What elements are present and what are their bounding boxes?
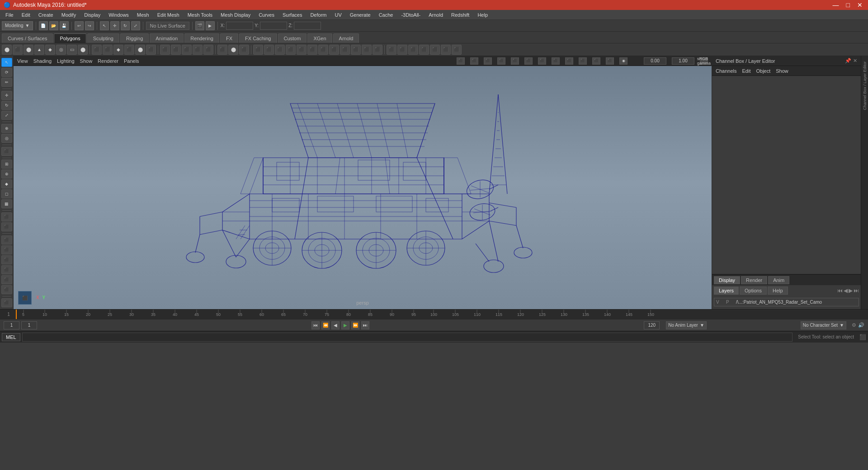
- undo-button[interactable]: ↩: [75, 21, 84, 30]
- redo-button[interactable]: ↪: [85, 21, 94, 30]
- menu-create[interactable]: Create: [35, 11, 57, 19]
- icon-combine[interactable]: ⬛: [239, 45, 249, 55]
- menu-display[interactable]: Display: [80, 11, 104, 19]
- script-editor-mel-tab[interactable]: MEL: [2, 333, 20, 341]
- icon-uv-4[interactable]: ⬛: [286, 45, 296, 55]
- channel-menu-channels[interactable]: Channels: [716, 68, 736, 74]
- rotate-button[interactable]: ↻: [121, 21, 130, 30]
- universal-manip-button[interactable]: ⊕: [1, 124, 12, 133]
- layer-name[interactable]: /\...:Patriot_AN_MPQ53_Radar_Set_Camo: [736, 300, 857, 305]
- icon-torus[interactable]: ◎: [56, 45, 66, 55]
- snap-surface-button[interactable]: ▦: [1, 199, 12, 208]
- layer4-button[interactable]: ⬛: [1, 265, 12, 274]
- icon-offset-edge[interactable]: ⬛: [182, 45, 192, 55]
- icon-merge[interactable]: ⬛: [124, 45, 134, 55]
- select-button[interactable]: ↖: [100, 21, 109, 30]
- snap-point-button[interactable]: ◆: [1, 179, 12, 188]
- character-set-dropdown[interactable]: No Character Set ▼: [801, 321, 846, 329]
- layer6-button[interactable]: ⬛: [1, 285, 12, 294]
- menu-mesh[interactable]: Mesh: [133, 11, 153, 19]
- menu-uv[interactable]: UV: [331, 11, 345, 19]
- vp-btn-12[interactable]: ⬛: [606, 57, 614, 65]
- menu-help[interactable]: Help: [474, 11, 491, 19]
- lasso-tool-button[interactable]: ⟳: [1, 68, 12, 77]
- icon-insert-edge[interactable]: ⬛: [171, 45, 181, 55]
- nav-cube[interactable]: ⬛: [18, 291, 32, 305]
- playback-end-field[interactable]: [644, 321, 660, 329]
- menu-redshift[interactable]: Redshift: [448, 11, 473, 19]
- menu-file[interactable]: File: [2, 11, 17, 19]
- move-button[interactable]: ✛: [110, 21, 119, 30]
- menu-mesh-tools[interactable]: Mesh Tools: [184, 11, 216, 19]
- tab-polygons[interactable]: Polygons: [54, 33, 86, 43]
- vp-btn-7[interactable]: ⬛: [538, 57, 546, 65]
- y-field[interactable]: [260, 22, 287, 30]
- render-settings-button[interactable]: 🎬: [195, 21, 204, 30]
- title-bar-controls[interactable]: — □ ✕: [831, 1, 864, 9]
- tab-curves-surfaces[interactable]: Curves / Surfaces: [2, 33, 53, 43]
- icon-split[interactable]: ⬛: [160, 45, 170, 55]
- tab-arnold-ws[interactable]: Arnold: [333, 33, 359, 43]
- menu-deform[interactable]: Deform: [307, 11, 330, 19]
- icon-uv-7[interactable]: ⬛: [318, 45, 328, 55]
- icon-uv-5[interactable]: ⬛: [297, 45, 307, 55]
- tab-layers[interactable]: Layers: [714, 287, 739, 295]
- open-file-button[interactable]: 📂: [49, 21, 58, 30]
- icon-boolean[interactable]: ⬤: [228, 45, 238, 55]
- viewport-menu-renderer[interactable]: Renderer: [98, 58, 118, 64]
- icon-uv-2[interactable]: ⬛: [264, 45, 274, 55]
- icon-disk[interactable]: ⬤: [78, 45, 88, 55]
- snap-curve-button[interactable]: ⊕: [1, 169, 12, 179]
- tab-rigging[interactable]: Rigging: [120, 33, 149, 43]
- viewport-menu-show[interactable]: Show: [80, 58, 93, 64]
- icon-sel-5[interactable]: ⬛: [430, 45, 440, 55]
- tab-xgen[interactable]: XGen: [307, 33, 332, 43]
- viewport-field-2[interactable]: [672, 57, 694, 65]
- vp-btn-11[interactable]: ⬛: [592, 57, 600, 65]
- vp-btn-1[interactable]: ⬛: [457, 57, 465, 65]
- move-tool-button[interactable]: ✛: [1, 91, 12, 100]
- playback-start-field[interactable]: [4, 321, 19, 329]
- vp-gamma-btn[interactable]: sRGB gamma: [700, 57, 708, 65]
- tab-render[interactable]: Render: [741, 276, 767, 284]
- icon-cylinder[interactable]: ⬤: [24, 45, 33, 55]
- soft-select-button[interactable]: ◎: [1, 134, 12, 143]
- render-region-button[interactable]: ⬛: [1, 212, 12, 221]
- new-file-button[interactable]: 📄: [39, 21, 48, 30]
- viewport-menu-panels[interactable]: Panels: [124, 58, 139, 64]
- layer2-button[interactable]: ⬛: [1, 245, 12, 254]
- viewport-menu-lighting[interactable]: Lighting: [57, 58, 75, 64]
- icon-connect[interactable]: ⬛: [193, 45, 203, 55]
- icon-bridge[interactable]: ⬛: [103, 45, 113, 55]
- snap-view-button[interactable]: ◻: [1, 189, 12, 198]
- timeline[interactable]: 1 5 10 15 20 25 30 35 40 45 50 55 60 65 …: [0, 309, 868, 319]
- paint-tool-button[interactable]: ✏: [1, 78, 12, 87]
- icon-slide[interactable]: ⬛: [203, 45, 213, 55]
- render-button[interactable]: ▶: [206, 21, 215, 30]
- icon-uv-11[interactable]: ⬛: [362, 45, 372, 55]
- menu-curves[interactable]: Curves: [255, 11, 278, 19]
- tab-custom[interactable]: Custom: [278, 33, 307, 43]
- icon-plane[interactable]: ▭: [67, 45, 77, 55]
- icon-uv-10[interactable]: ⬛: [351, 45, 361, 55]
- icon-sel-6[interactable]: ⬛: [441, 45, 451, 55]
- viewport-field-1[interactable]: [644, 57, 666, 65]
- tab-animation[interactable]: Animation: [150, 33, 184, 43]
- vp-btn-2[interactable]: ⬛: [470, 57, 478, 65]
- playback-skip-start-button[interactable]: ⏮: [311, 321, 320, 329]
- script-editor-input[interactable]: [22, 333, 793, 342]
- misc-button[interactable]: ⬛: [1, 298, 12, 307]
- menu-arnold[interactable]: Arnold: [425, 11, 447, 19]
- icon-cube[interactable]: ⬛: [13, 45, 23, 55]
- layer5-button[interactable]: ⬛: [1, 275, 12, 284]
- close-button[interactable]: ✕: [855, 1, 864, 9]
- right-panel-pin-icon[interactable]: 📌: [845, 58, 851, 64]
- vp-btn-9[interactable]: ⬛: [565, 57, 573, 65]
- menu-surfaces[interactable]: Surfaces: [279, 11, 306, 19]
- playback-forward-button[interactable]: ⏩: [351, 321, 359, 329]
- tab-anim[interactable]: Anim: [768, 276, 789, 284]
- icon-sel-7[interactable]: ⬛: [452, 45, 462, 55]
- icon-fill-hole[interactable]: ⬤: [135, 45, 145, 55]
- channel-menu-show[interactable]: Show: [776, 68, 788, 74]
- icon-uv-12[interactable]: ⬛: [373, 45, 382, 55]
